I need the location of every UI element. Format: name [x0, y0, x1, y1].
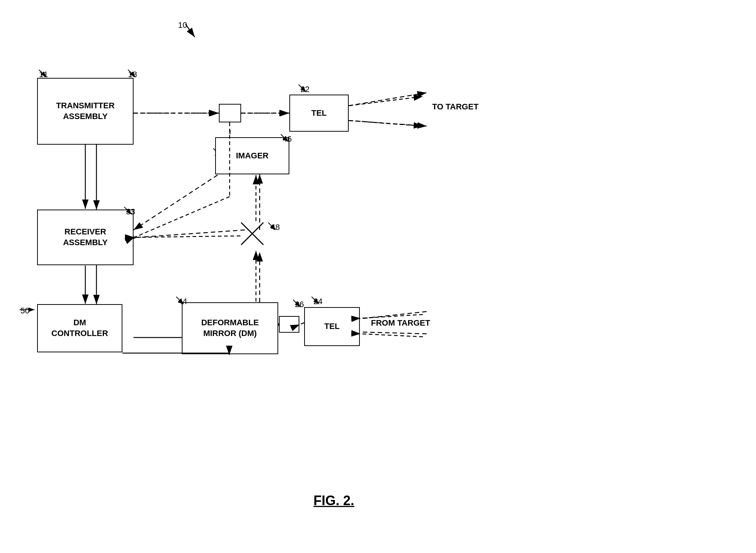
- svg-line-65: [361, 315, 423, 318]
- svg-line-63: [300, 323, 304, 325]
- ref-46: 46: [283, 134, 292, 144]
- ref-18: 18: [128, 70, 137, 79]
- coupling-box-bottom: [279, 316, 299, 333]
- imager-label: IMAGER: [236, 151, 269, 161]
- svg-line-36: [241, 223, 263, 245]
- svg-line-62: [134, 236, 240, 237]
- ref-26: 26: [295, 300, 304, 309]
- tel-top-label: TEL: [311, 108, 327, 119]
- svg-line-66: [361, 334, 423, 337]
- svg-line-16: [358, 312, 427, 319]
- ref-22: 22: [300, 85, 309, 94]
- svg-line-15: [137, 230, 245, 237]
- ref-33: 33: [126, 207, 135, 217]
- imager-box: IMAGER: [215, 137, 289, 174]
- tel-bottom-box: TEL: [304, 307, 360, 346]
- ref-44: 44: [178, 297, 187, 306]
- figure-title: FIG. 2.: [260, 493, 408, 508]
- ref-11: 11: [39, 70, 48, 79]
- ref-48: 48: [271, 223, 280, 232]
- svg-line-56: [349, 96, 423, 106]
- to-target-label: TO TARGET: [432, 102, 479, 112]
- deformable-mirror-box: DEFORMABLE MIRROR (DM): [182, 302, 278, 354]
- from-target-label: FROM TARGET: [371, 318, 430, 328]
- svg-line-57: [349, 121, 423, 126]
- receiver-assembly-box: RECEIVER ASSEMBLY: [37, 210, 134, 265]
- svg-line-35: [241, 223, 263, 245]
- svg-line-13: [134, 167, 230, 230]
- transmitter-assembly-label: TRANSMITTER ASSEMBLY: [56, 101, 115, 122]
- ref-24: 24: [313, 297, 322, 306]
- deformable-mirror-label: DEFORMABLE MIRROR (DM): [201, 317, 259, 339]
- beamsplitter-symbol: [237, 219, 267, 248]
- svg-line-59: [134, 197, 230, 237]
- dm-controller-box: DM CONTROLLER: [37, 304, 122, 352]
- tel-bottom-label: TEL: [324, 321, 340, 332]
- receiver-assembly-label: RECEIVER ASSEMBLY: [63, 227, 108, 248]
- transmitter-assembly-box: TRANSMITTER ASSEMBLY: [37, 78, 134, 145]
- svg-line-10: [349, 93, 427, 106]
- svg-line-11: [349, 121, 427, 126]
- ref-50: 50: [20, 306, 29, 316]
- diagram-container: 10 TRANSMITTER ASSEMBLY 11 18: [0, 0, 756, 553]
- ref-10: 10: [178, 20, 187, 30]
- tel-top-box: TEL: [289, 95, 349, 132]
- svg-line-17: [358, 332, 427, 334]
- coupling-box-top: [219, 104, 241, 122]
- dm-controller-label: DM CONTROLLER: [52, 317, 108, 339]
